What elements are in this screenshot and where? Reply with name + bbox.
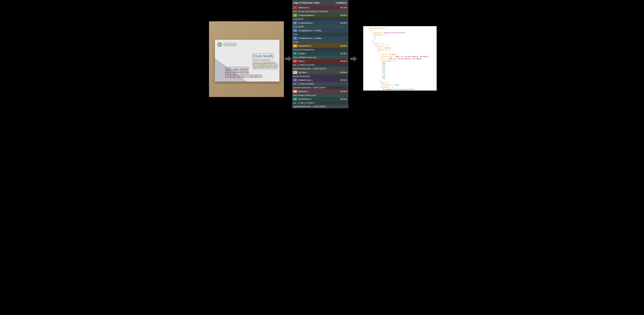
field-value: text: +1 (987) 312-6745 — [292, 63, 348, 67]
field-value: chris.smith@contoso.com — [292, 55, 348, 59]
page-chip: 1 — [293, 98, 297, 101]
table-header: Page # / Field name / Value Confidence — [292, 0, 348, 6]
field-name: Faxes 1 — [298, 60, 338, 62]
field-row[interactable]: 1ContactNames 199.00% — [292, 21, 348, 25]
business-card: CONTOSO Chris Smith Senior Researcher Cl… — [215, 40, 280, 82]
hl-addr-part: NE — [239, 75, 242, 78]
hl-addr-part: 4001 — [225, 75, 230, 78]
field-name: CompanyNames 1 — [298, 14, 338, 17]
hl-address: 40011stAveNERedmondWA98052 — [225, 75, 262, 78]
page-chip: 1 — [293, 37, 297, 40]
page-chip: 1 — [293, 71, 297, 74]
field-row[interactable]: 1Addresses 198.70% — [292, 6, 348, 10]
field-row[interactable]: 1ContactNames 1: FirstNa... — [292, 29, 348, 33]
confidence: 99.00% — [338, 60, 348, 62]
confidence: 98.50% — [338, 98, 348, 100]
field-value: Chris Smith — [292, 25, 348, 29]
field-name: Emails 1 — [298, 52, 338, 55]
field-value: Smith — [292, 40, 348, 44]
stage: CONTOSO Chris Smith Senior Researcher Cl… — [208, 0, 437, 111]
hl-addr-part: WA — [252, 75, 256, 78]
field-value: Cloud & AI Department — [292, 48, 348, 52]
hl-fax-label: Fax — [225, 72, 230, 75]
th-left: Page # / Field name / Value — [294, 2, 320, 4]
field-value: CONTOSO — [292, 17, 348, 21]
svg-point-0 — [218, 43, 222, 47]
hl-fax: +1 (987) 312-6745 — [230, 72, 249, 75]
field-name: JobTitles 1 — [298, 71, 338, 74]
confidence: 99.00% — [338, 22, 348, 24]
field-name: MobilePhones 1 — [298, 79, 338, 81]
field-name: WorkPhones 1 — [298, 98, 338, 100]
phones-block: Cell +1 (987) 123-4567 Tel +1 (987) 213-… — [225, 67, 262, 78]
json-output: "documentResults": [ { "docType": "prebu… — [363, 26, 437, 91]
field-value: valuePhoneNumber: +19871234567 — [292, 86, 348, 89]
arrow-right-icon — [284, 55, 292, 63]
hl-addr-part: 98052 — [256, 75, 262, 78]
field-name: ContactNames 1 — [298, 22, 338, 24]
confidence: 99.50% — [338, 79, 348, 81]
field-row[interactable]: 1ContactNames 1: LastNa... — [292, 36, 348, 40]
page-chip: 1 — [293, 79, 297, 82]
logo-icon — [217, 42, 222, 47]
field-value: 4001 1st Ave NE Redmond, WA 98052 — [292, 10, 348, 13]
field-name: Websites 1 — [298, 90, 338, 93]
field-value: text: +1 (987) 123-4567 — [292, 82, 348, 86]
field-name: Departments 1 — [298, 45, 338, 47]
field-row[interactable]: 1MobilePhones 199.50% — [292, 78, 348, 82]
page-chip: 1 — [293, 14, 297, 17]
page-chip: 1 — [293, 52, 297, 55]
field-row[interactable]: 1Departments 198.90% — [292, 44, 348, 48]
field-row[interactable]: 1Faxes 199.00% — [292, 59, 348, 63]
field-name: Addresses 1 — [298, 7, 338, 9]
confidence: 99.00% — [338, 90, 348, 93]
hl-addr-part: 1st — [230, 75, 234, 78]
confidence: 98.60% — [338, 14, 348, 17]
field-value: valuePhoneNumber: +19872135674 — [292, 105, 348, 108]
field-row[interactable]: 1Websites 199.00% — [292, 89, 348, 93]
page-chip: 1 — [293, 29, 297, 32]
field-name: ContactNames 1: FirstNa... — [298, 29, 338, 32]
arrow-right-icon — [350, 55, 357, 63]
confidence: 98.70% — [338, 7, 348, 9]
page-chip: 1 — [293, 60, 297, 63]
field-value: Chris — [292, 33, 348, 36]
field-value: valuePhoneNumber: +19873126745 — [292, 67, 348, 70]
card-photo: CONTOSO Chris Smith Senior Researcher Cl… — [209, 21, 284, 97]
field-row[interactable]: 1Emails 199.00% — [292, 52, 348, 55]
logo-row: CONTOSO — [217, 42, 236, 47]
confidence: 98.90% — [338, 45, 348, 47]
field-value: https://www.contoso.com/ — [292, 93, 348, 97]
hl-company: CONTOSO — [224, 43, 236, 46]
fields-table: Page # / Field name / Value Confidence 1… — [292, 0, 348, 108]
confidence: 99.00% — [338, 52, 348, 55]
hl-addr-part: Redmond — [243, 75, 252, 78]
hl-name: Chris Smith — [252, 54, 274, 59]
hl-addr-part: Ave — [234, 75, 239, 78]
field-value: text: +1 (987) 213-5674 — [292, 101, 348, 105]
svg-point-1 — [219, 44, 220, 46]
field-row[interactable]: 1JobTitles 199.00% — [292, 70, 348, 74]
page-chip: 1 — [293, 90, 297, 93]
page-chip: 1 — [293, 44, 297, 47]
field-value: Senior Researcher — [292, 74, 348, 78]
field-name: ContactNames 1: LastNa... — [298, 37, 338, 39]
field-row[interactable]: 1WorkPhones 198.50% — [292, 97, 348, 101]
field-row[interactable]: 1CompanyNames 198.60% — [292, 13, 348, 17]
page-chip: 1 — [293, 6, 297, 9]
page-chip: 1 — [293, 22, 297, 25]
th-right: Confidence — [336, 2, 347, 4]
confidence: 99.00% — [338, 71, 348, 74]
